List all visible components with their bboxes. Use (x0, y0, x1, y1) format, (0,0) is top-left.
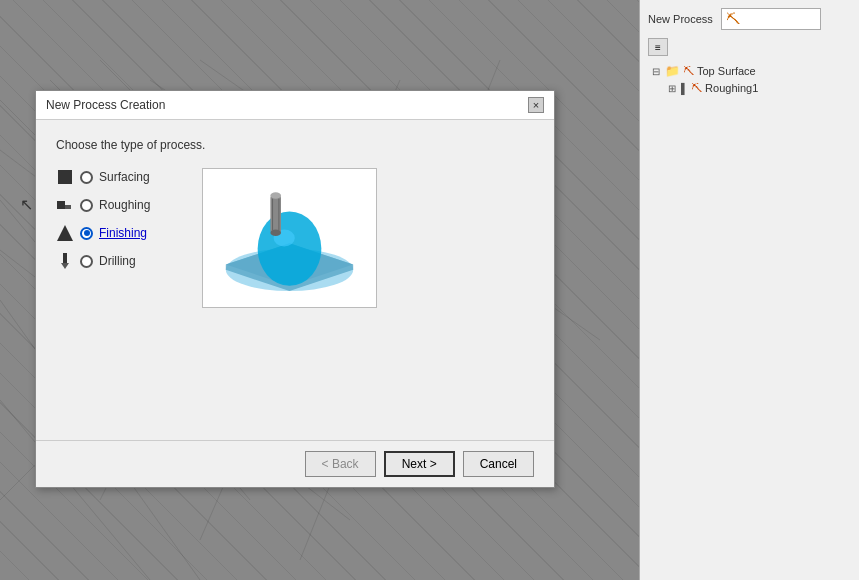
roughing-icon (56, 196, 74, 214)
process-preview (202, 168, 377, 308)
tree-process-icon-orange: ⛏ (683, 65, 694, 77)
label-finishing: Finishing (99, 226, 147, 240)
radio-surfacing[interactable] (80, 171, 93, 184)
new-process-label: New Process (648, 13, 713, 25)
cancel-button[interactable]: Cancel (463, 451, 534, 477)
option-drilling[interactable]: Drilling (56, 252, 186, 270)
tree-toolbar-button[interactable]: ≡ (648, 38, 668, 56)
svg-marker-19 (61, 263, 69, 269)
tree-toolbar-icon: ≡ (655, 42, 661, 53)
radio-roughing[interactable] (80, 199, 93, 212)
tree-label-roughing1: Roughing1 (705, 82, 758, 94)
label-drilling: Drilling (99, 254, 136, 268)
svg-point-23 (258, 211, 322, 285)
option-surfacing[interactable]: Surfacing (56, 168, 186, 186)
tree-label-top-surface: Top Surface (697, 65, 756, 77)
tree-expand-icon-2: ⊞ (668, 83, 678, 94)
dialog-titlebar: New Process Creation × (36, 91, 554, 120)
option-finishing[interactable]: Finishing (56, 224, 186, 242)
tree-toolbar: ≡ (648, 38, 851, 56)
dialog-footer: < Back Next > Cancel (36, 440, 554, 487)
new-process-dialog: New Process Creation × Choose the type o… (35, 90, 555, 488)
process-list: Surfacing Roughing (56, 168, 186, 308)
label-surfacing: Surfacing (99, 170, 150, 184)
new-process-input[interactable]: ⛏ (721, 8, 821, 30)
dialog-close-button[interactable]: × (528, 97, 544, 113)
back-button[interactable]: < Back (305, 451, 376, 477)
right-panel: New Process ⛏ ≡ ⊟ 📁 ⛏ Top Surface ⊞ ▌ ⛏ … (639, 0, 859, 580)
svg-rect-16 (65, 205, 71, 209)
tree-bar-icon: ▌ (681, 83, 688, 94)
tree-container: ⊟ 📁 ⛏ Top Surface ⊞ ▌ ⛏ Roughing1 (648, 62, 851, 96)
svg-rect-15 (57, 201, 65, 209)
dialog-body: Choose the type of process. Surfacing (36, 120, 554, 320)
svg-rect-18 (63, 253, 67, 263)
process-icon: ⛏ (726, 11, 740, 27)
tree-process-icon-roughing: ⛏ (691, 82, 702, 94)
surfacing-icon (56, 168, 74, 186)
new-process-header: New Process ⛏ (648, 8, 851, 30)
tree-item-roughing1[interactable]: ⊞ ▌ ⛏ Roughing1 (652, 80, 851, 96)
tree-expand-icon: ⊟ (652, 66, 662, 77)
radio-drilling[interactable] (80, 255, 93, 268)
dialog-instruction: Choose the type of process. (56, 138, 534, 152)
svg-marker-17 (57, 225, 73, 241)
next-button[interactable]: Next > (384, 451, 455, 477)
tree-item-top-surface[interactable]: ⊟ 📁 ⛏ Top Surface (652, 62, 851, 80)
dialog-content: Surfacing Roughing (56, 168, 534, 308)
tree-folder-icon: 📁 (665, 64, 680, 78)
label-roughing: Roughing (99, 198, 150, 212)
radio-finishing[interactable] (80, 227, 93, 240)
preview-svg (203, 169, 376, 307)
drilling-icon (56, 252, 74, 270)
finishing-icon (56, 224, 74, 242)
dialog-title: New Process Creation (46, 98, 165, 112)
svg-point-26 (270, 192, 281, 198)
option-roughing[interactable]: Roughing (56, 196, 186, 214)
